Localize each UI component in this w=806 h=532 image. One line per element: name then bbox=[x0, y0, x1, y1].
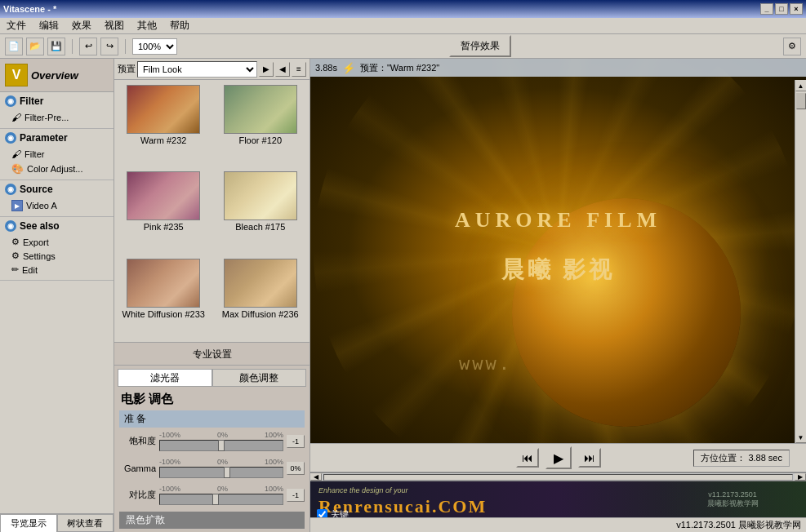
filter-param-item[interactable]: 🖌 Filter bbox=[8, 147, 109, 162]
overview-title: Overview bbox=[31, 69, 78, 82]
menu-other[interactable]: 其他 bbox=[134, 19, 160, 33]
parameter-title: Parameter bbox=[20, 132, 68, 144]
contrast-slider[interactable] bbox=[159, 494, 283, 505]
scroll-up-arrow[interactable]: ▲ bbox=[795, 80, 807, 91]
timeline-banner: Enhance the design of your Renrensucai.C… bbox=[310, 481, 806, 517]
preset-btn-3[interactable]: ≡ bbox=[292, 62, 306, 77]
filter-param-label: Filter bbox=[24, 149, 44, 159]
saturation-label: 饱和度 bbox=[119, 435, 156, 447]
timeline-enhance-text: Enhance the design of your bbox=[318, 486, 487, 494]
preset-label-floor120: Floor #120 bbox=[238, 135, 282, 145]
contrast-btn[interactable]: -1 bbox=[287, 489, 305, 502]
contrast-label: 对比度 bbox=[119, 489, 156, 501]
preset-bleach175[interactable]: Bleach #175 bbox=[215, 170, 307, 251]
preset-pink235[interactable]: Pink #235 bbox=[118, 170, 210, 251]
video-text-www: www. bbox=[459, 353, 512, 374]
save-button[interactable]: 💾 bbox=[47, 38, 65, 55]
play-button[interactable]: ▶ bbox=[545, 446, 572, 469]
keyframe-checkbox[interactable] bbox=[317, 509, 327, 517]
center-panel: 预置 Film Look ▶ ◀ ≡ Warm #232 Floor #120 … bbox=[114, 59, 310, 532]
app-title: Vitascene - * bbox=[3, 4, 56, 14]
parameter-section-header[interactable]: ◉ Parameter bbox=[5, 132, 109, 144]
video-a-item[interactable]: ▶ Video A bbox=[8, 198, 109, 213]
position-label: 方位位置： bbox=[701, 453, 746, 463]
open-button[interactable]: 📂 bbox=[26, 38, 44, 55]
toolbar-separator-2 bbox=[125, 39, 126, 54]
maximize-button[interactable]: □ bbox=[775, 3, 788, 15]
filter-tab-filter[interactable]: 滤光器 bbox=[118, 369, 212, 387]
video-scrollbar[interactable]: ▲ ▼ bbox=[795, 80, 806, 443]
timeline-checkbox[interactable]: 关键 bbox=[317, 508, 349, 517]
export-item[interactable]: ⚙ Export bbox=[8, 235, 109, 249]
rewind-button[interactable]: ⏮ bbox=[516, 448, 539, 468]
gamma-row: Gamma -100% 0% 100% 0% bbox=[119, 458, 305, 478]
contrast-range: -100% 0% 100% bbox=[159, 485, 283, 493]
scrollbar-thumb[interactable] bbox=[796, 93, 806, 109]
timeline-scroll-track[interactable] bbox=[323, 474, 793, 481]
filter-param-icon: 🖌 bbox=[11, 149, 21, 160]
fast-forward-button[interactable]: ⏭ bbox=[578, 448, 601, 468]
preset-floor120[interactable]: Floor #120 bbox=[215, 83, 307, 165]
scroll-down-arrow[interactable]: ▼ bbox=[795, 432, 807, 443]
source-section-header[interactable]: ◉ Source bbox=[5, 184, 109, 195]
edit-item[interactable]: ✏ Edit bbox=[8, 263, 109, 277]
zoom-select[interactable]: 100% 50% 200% bbox=[132, 38, 177, 55]
video-a-icon: ▶ bbox=[11, 200, 23, 211]
preset-btn-2[interactable]: ◀ bbox=[275, 62, 290, 77]
pro-settings-title: 专业设置 bbox=[114, 346, 309, 366]
filter-tab-color[interactable]: 颜色调整 bbox=[212, 369, 307, 387]
gamma-btn[interactable]: 0% bbox=[287, 462, 305, 475]
filter-pre-item[interactable]: 🖌 Filter-Pre... bbox=[8, 110, 109, 125]
new-button[interactable]: 📄 bbox=[5, 38, 23, 55]
watermark-content: v11.2173.2501 晨曦影视教学网 bbox=[707, 490, 759, 509]
preset-btn-1[interactable]: ▶ bbox=[259, 62, 274, 77]
video-controls: ⏮ ▶ ⏭ 方位位置： 3.88 sec bbox=[310, 443, 806, 472]
gamma-track: -100% 0% 100% bbox=[159, 458, 283, 478]
video-preset-name: 预置："Warm #232" bbox=[360, 62, 439, 74]
menu-effects[interactable]: 效果 bbox=[69, 19, 95, 33]
preset-thumb-warm232 bbox=[127, 85, 200, 134]
see-also-section: ◉ See also ⚙ Export ⚙ Settings ✏ Edit bbox=[0, 217, 114, 281]
see-also-section-header[interactable]: ◉ See also bbox=[5, 220, 109, 232]
saturation-slider[interactable] bbox=[159, 440, 283, 451]
minimize-button[interactable]: _ bbox=[760, 3, 773, 15]
filter-pre-label: Filter-Pre... bbox=[24, 113, 69, 122]
timeline-scroll-right[interactable]: ▶ bbox=[795, 473, 806, 481]
menu-help[interactable]: 帮助 bbox=[167, 19, 193, 33]
gamma-slider[interactable] bbox=[159, 467, 283, 478]
export-label: Export bbox=[23, 237, 49, 247]
saturation-track: -100% 0% 100% bbox=[159, 431, 283, 451]
settings-toolbar-button[interactable]: ⚙ bbox=[783, 38, 801, 55]
overview-header: V Overview bbox=[0, 59, 114, 92]
export-icon: ⚙ bbox=[11, 237, 20, 247]
preset-thumb-max-diff236 bbox=[224, 259, 297, 308]
filter-icon: ◉ bbox=[5, 95, 16, 107]
preset-white-diff233[interactable]: White Diffusion #233 bbox=[118, 257, 210, 339]
see-also-title: See also bbox=[20, 220, 60, 232]
filter-section-header[interactable]: ◉ Filter bbox=[5, 95, 109, 107]
preset-select[interactable]: Film Look bbox=[137, 61, 257, 78]
color-adjust-label: Color Adjust... bbox=[27, 164, 82, 174]
right-panel: 3.88s ⚡ 预置："Warm #232" AURORE FILM 晨曦 影视… bbox=[310, 59, 806, 532]
menu-edit[interactable]: 编辑 bbox=[36, 19, 62, 33]
video-sphere bbox=[512, 198, 741, 427]
timeline-scroll-left[interactable]: ◀ bbox=[310, 473, 322, 481]
presets-grid: Warm #232 Floor #120 Pink #235 Bleach #1… bbox=[114, 80, 309, 342]
video-a-label: Video A bbox=[26, 201, 57, 211]
color-adjust-item[interactable]: 🎨 Color Adjust... bbox=[8, 162, 109, 176]
preset-max-diff236[interactable]: Max Diffusion #236 bbox=[215, 257, 307, 339]
preset-warm232[interactable]: Warm #232 bbox=[118, 83, 210, 165]
timeline-watermark: v11.2173.2501 晨曦影视教学网 bbox=[659, 481, 806, 517]
redo-button[interactable]: ↪ bbox=[100, 38, 118, 55]
film-title: 电影 调色 bbox=[114, 390, 309, 410]
pause-button[interactable]: 暂停效果 bbox=[449, 35, 511, 57]
menu-view[interactable]: 视图 bbox=[101, 19, 127, 33]
tree-view-tab[interactable]: 树状查看 bbox=[57, 514, 114, 532]
guide-display-tab[interactable]: 导览显示 bbox=[0, 514, 57, 532]
timeline-scroll-top[interactable]: ◀ ▶ bbox=[310, 473, 806, 481]
menu-file[interactable]: 文件 bbox=[3, 19, 29, 33]
saturation-btn[interactable]: -1 bbox=[287, 435, 305, 448]
close-button[interactable]: × bbox=[790, 3, 803, 15]
settings-item[interactable]: ⚙ Settings bbox=[8, 249, 109, 263]
undo-button[interactable]: ↩ bbox=[79, 38, 97, 55]
